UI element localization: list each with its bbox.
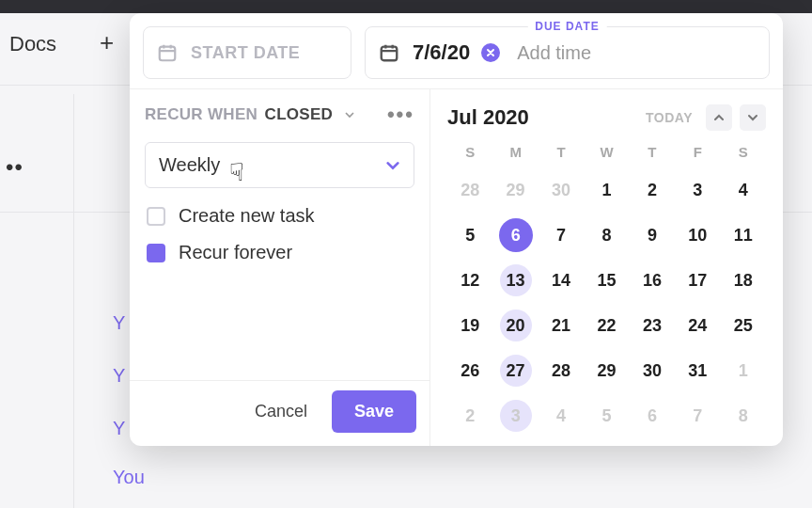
calendar-day[interactable]: 23 xyxy=(630,305,675,346)
create-new-task-option[interactable]: Create new task xyxy=(145,205,414,227)
next-month-button[interactable] xyxy=(740,104,766,131)
calendar-day[interactable]: 14 xyxy=(539,260,584,301)
calendar-day[interactable]: 6 xyxy=(492,214,538,256)
calendar-day[interactable]: 5 xyxy=(584,395,629,437)
calendar-day[interactable]: 31 xyxy=(675,350,720,391)
weekday-header: S xyxy=(721,144,766,160)
weekday-headers: SMTWTFS xyxy=(447,144,766,160)
calendar-day[interactable]: 9 xyxy=(630,214,675,256)
calendar-day[interactable]: 26 xyxy=(447,350,492,391)
calendar-day[interactable]: 1 xyxy=(584,169,629,211)
calendar-day[interactable]: 1 xyxy=(721,350,766,391)
activity-item: Y xyxy=(113,365,125,387)
calendar-day[interactable]: 20 xyxy=(492,305,538,346)
calendar-day[interactable]: 18 xyxy=(721,260,766,301)
due-date-input[interactable]: DUE DATE 7/6/20 Add time xyxy=(365,26,770,79)
frequency-select[interactable]: Weekly xyxy=(145,142,414,188)
recur-when-dropdown[interactable]: RECUR WHEN CLOSED xyxy=(145,105,354,124)
checkbox-checked-icon[interactable] xyxy=(147,244,165,262)
calendar-day[interactable]: 30 xyxy=(539,169,584,211)
chevron-down-icon xyxy=(345,110,354,119)
cancel-button[interactable]: Cancel xyxy=(238,392,324,431)
weekday-header: M xyxy=(492,144,538,160)
weekday-header: F xyxy=(675,144,720,160)
calendar-day[interactable]: 15 xyxy=(584,260,629,301)
add-icon[interactable]: + xyxy=(100,28,114,57)
chevron-down-icon xyxy=(385,158,400,173)
recurrence-panel: RECUR WHEN CLOSED ••• Weekly Create new … xyxy=(130,89,430,446)
calendar-day[interactable]: 29 xyxy=(492,169,538,211)
calendar-day[interactable]: 7 xyxy=(539,214,584,256)
calendar-day[interactable]: 28 xyxy=(539,350,584,391)
calendar-icon xyxy=(379,42,399,63)
chevron-down-icon xyxy=(747,112,758,123)
calendar-day[interactable]: 21 xyxy=(539,305,584,346)
start-date-input[interactable]: START DATE xyxy=(143,26,351,79)
due-date-value: 7/6/20 xyxy=(413,40,470,65)
calendar-day[interactable]: 3 xyxy=(675,169,720,211)
main-panel: RECUR WHEN CLOSED ••• Weekly Create new … xyxy=(130,88,783,446)
start-date-placeholder: START DATE xyxy=(191,43,300,63)
calendar-day[interactable]: 8 xyxy=(721,395,766,437)
calendar-day[interactable]: 30 xyxy=(630,350,675,391)
date-inputs-row: START DATE DUE DATE 7/6/20 Add time xyxy=(130,13,783,88)
calendar-day[interactable]: 28 xyxy=(447,169,492,211)
calendar-icon xyxy=(157,42,178,63)
recur-state: CLOSED xyxy=(265,105,334,123)
calendar-day[interactable]: 24 xyxy=(675,305,720,346)
calendar-day[interactable]: 2 xyxy=(447,395,492,437)
calendar-day[interactable]: 16 xyxy=(630,260,675,301)
prev-month-button[interactable] xyxy=(706,104,732,131)
more-icon[interactable]: •• xyxy=(6,154,23,181)
calendar-day[interactable]: 4 xyxy=(539,395,584,437)
weekday-header: T xyxy=(539,144,584,160)
due-date-label: DUE DATE xyxy=(527,20,606,33)
calendar-day[interactable]: 11 xyxy=(721,214,766,256)
calendar-day[interactable]: 6 xyxy=(630,395,675,437)
calendar-day[interactable]: 7 xyxy=(675,395,720,437)
calendar-day[interactable]: 17 xyxy=(675,260,720,301)
svg-rect-0 xyxy=(160,47,176,61)
activity-item: Y xyxy=(113,418,125,439)
checkbox-icon[interactable] xyxy=(147,207,165,226)
weekday-header: W xyxy=(584,144,629,160)
calendar-panel: Jul 2020 TODAY SMTWTFS 28293012345678910… xyxy=(430,89,783,446)
recur-header: RECUR WHEN CLOSED ••• xyxy=(145,103,414,127)
calendar-nav: TODAY xyxy=(640,104,766,131)
today-button[interactable]: TODAY xyxy=(640,106,698,129)
calendar-day[interactable]: 12 xyxy=(447,260,492,301)
close-icon xyxy=(486,48,495,57)
month-title: Jul 2020 xyxy=(447,105,529,130)
calendar-day[interactable]: 25 xyxy=(721,305,766,346)
calendar-day[interactable]: 4 xyxy=(721,169,766,211)
footer-actions: Cancel Save xyxy=(130,380,429,446)
weekday-header: T xyxy=(630,144,675,160)
calendar-day[interactable]: 13 xyxy=(492,260,538,301)
option-label: Recur forever xyxy=(179,242,292,263)
more-options-icon[interactable]: ••• xyxy=(387,103,414,127)
option-label: Create new task xyxy=(179,205,315,227)
add-time-button[interactable]: Add time xyxy=(517,42,591,64)
date-picker-popover: START DATE DUE DATE 7/6/20 Add time RECU… xyxy=(130,13,783,446)
activity-item: Y xyxy=(113,312,125,334)
calendar-day[interactable]: 3 xyxy=(492,395,538,437)
calendar-day[interactable]: 29 xyxy=(584,350,629,391)
weekday-header: S xyxy=(447,144,492,160)
calendar-day[interactable]: 22 xyxy=(584,305,629,346)
calendar-header: Jul 2020 TODAY xyxy=(447,104,766,131)
sidebar-divider xyxy=(73,94,74,508)
calendar-day[interactable]: 8 xyxy=(584,214,629,256)
calendar-day[interactable]: 5 xyxy=(447,214,492,256)
frequency-value: Weekly xyxy=(159,154,220,176)
calendar-day[interactable]: 2 xyxy=(630,169,675,211)
activity-item: You xyxy=(113,467,145,488)
docs-tab[interactable]: Docs xyxy=(0,28,66,60)
recur-forever-option[interactable]: Recur forever xyxy=(145,242,414,263)
save-button[interactable]: Save xyxy=(332,390,416,433)
svg-rect-1 xyxy=(382,47,398,61)
recur-label-prefix: RECUR WHEN xyxy=(145,105,258,123)
calendar-day[interactable]: 10 xyxy=(675,214,720,256)
clear-due-date-button[interactable] xyxy=(481,43,500,62)
calendar-day[interactable]: 27 xyxy=(492,350,538,391)
calendar-day[interactable]: 19 xyxy=(447,305,492,346)
